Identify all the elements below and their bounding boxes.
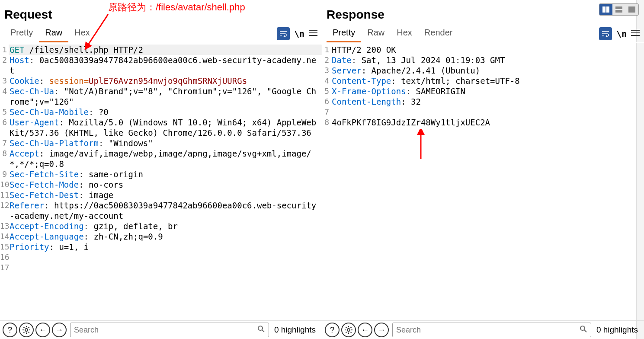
search-input[interactable] — [74, 326, 257, 335]
line-content[interactable]: GET /files/shell.php HTTP/2 — [9, 45, 322, 55]
svg-rect-14 — [628, 6, 635, 13]
code-line[interactable]: 3Cookie: session=UplE76Avzn954nwjo9qGhmS… — [0, 76, 322, 86]
code-line[interactable]: 15Priority: u=1, i — [0, 242, 322, 252]
line-number: 6 — [322, 96, 331, 107]
tab-render[interactable]: Render — [418, 25, 459, 42]
line-content[interactable]: Server: Apache/2.4.41 (Ubuntu) — [331, 65, 644, 76]
tab-hex[interactable]: Hex — [68, 25, 96, 42]
response-editor[interactable]: 1HTTP/2 200 OK2Date: Sat, 13 Jul 2024 01… — [322, 43, 644, 320]
code-line[interactable]: 4Content-Type: text/html; charset=UTF-8 — [322, 76, 644, 86]
line-content[interactable]: Accept-Encoding: gzip, deflate, br — [9, 221, 322, 231]
settings-button[interactable] — [19, 323, 34, 337]
tab-raw[interactable]: Raw — [39, 25, 68, 42]
view-mode-toggles — [599, 3, 639, 16]
help-button[interactable]: ? — [3, 323, 17, 337]
forward-button[interactable]: → — [374, 323, 389, 337]
response-title: Response — [322, 0, 644, 25]
line-content[interactable]: Host: 0ac50083039a9477842ab96600ea00c6.w… — [9, 55, 322, 76]
code-line[interactable]: 13Accept-Encoding: gzip, deflate, br — [0, 221, 322, 231]
code-line[interactable]: 2Host: 0ac50083039a9477842ab96600ea00c6.… — [0, 55, 322, 76]
view-rows-icon[interactable] — [612, 4, 625, 15]
code-line[interactable]: 5Sec-Ch-Ua-Mobile: ?0 — [0, 107, 322, 117]
code-line[interactable]: 1HTTP/2 200 OK — [322, 45, 644, 55]
code-line[interactable]: 84oFkPKf78IG9JdzIZr48Wy1tljxUEC2A — [322, 117, 644, 128]
line-content[interactable]: Referer: https://0ac50083039a9477842ab96… — [9, 200, 322, 221]
line-number: 2 — [0, 55, 9, 76]
line-number: 14 — [0, 231, 9, 242]
view-single-icon[interactable] — [625, 4, 638, 15]
svg-rect-10 — [602, 6, 606, 13]
line-content[interactable] — [331, 107, 644, 117]
code-line[interactable]: 7 — [322, 107, 644, 117]
wrap-toggle-icon[interactable] — [277, 27, 290, 40]
line-content[interactable] — [9, 262, 322, 273]
tab-pretty[interactable]: Pretty — [4, 25, 39, 42]
code-line[interactable]: 9Sec-Fetch-Site: same-origin — [0, 169, 322, 179]
code-line[interactable]: 4Sec-Ch-Ua: "Not/A)Brand";v="8", "Chromi… — [0, 86, 322, 107]
line-content[interactable]: Content-Length: 32 — [331, 96, 644, 107]
request-pane: Request Pretty Raw Hex \n 1GET /files/sh… — [0, 0, 322, 339]
request-tabs: Pretty Raw Hex \n — [0, 25, 322, 43]
line-content[interactable]: Priority: u=1, i — [9, 242, 322, 252]
tab-raw[interactable]: Raw — [361, 25, 391, 42]
forward-button[interactable]: → — [52, 323, 67, 337]
code-line[interactable]: 6Content-Length: 32 — [322, 96, 644, 107]
menu-icon[interactable] — [631, 29, 640, 38]
request-title: Request — [0, 0, 322, 25]
line-content[interactable]: User-Agent: Mozilla/5.0 (Windows NT 10.0… — [9, 117, 322, 138]
line-content[interactable]: 4oFkPKf78IG9JdzIZr48Wy1tljxUEC2A — [331, 117, 644, 128]
code-line[interactable]: 3Server: Apache/2.4.41 (Ubuntu) — [322, 65, 644, 76]
menu-icon[interactable] — [309, 29, 317, 38]
newline-icon[interactable]: \n — [294, 29, 304, 39]
line-number: 5 — [322, 86, 331, 96]
code-line[interactable]: 11Sec-Fetch-Dest: image — [0, 190, 322, 200]
line-number: 8 — [322, 117, 331, 128]
search-input[interactable] — [396, 326, 580, 335]
search-icon[interactable] — [257, 325, 265, 335]
line-content[interactable]: Accept: image/avif,image/webp,image/apng… — [9, 148, 322, 169]
line-content[interactable]: Sec-Fetch-Site: same-origin — [9, 169, 322, 179]
line-content[interactable]: Date: Sat, 13 Jul 2024 01:19:03 GMT — [331, 55, 644, 65]
line-content[interactable] — [9, 252, 322, 262]
line-content[interactable]: Sec-Fetch-Mode: no-cors — [9, 179, 322, 190]
line-number: 13 — [0, 221, 9, 231]
line-content[interactable]: HTTP/2 200 OK — [331, 45, 644, 55]
view-columns-icon[interactable] — [599, 4, 612, 15]
line-content[interactable]: Sec-Ch-Ua: "Not/A)Brand";v="8", "Chromiu… — [9, 86, 322, 107]
back-button[interactable]: ← — [358, 323, 372, 337]
svg-point-18 — [347, 329, 350, 331]
help-button[interactable]: ? — [325, 323, 340, 337]
svg-point-8 — [258, 326, 263, 330]
line-content[interactable]: X-Frame-Options: SAMEORIGIN — [331, 86, 644, 96]
code-line[interactable]: 8Accept: image/avif,image/webp,image/apn… — [0, 148, 322, 169]
code-line[interactable]: 6User-Agent: Mozilla/5.0 (Windows NT 10.… — [0, 117, 322, 138]
code-line[interactable]: 1GET /files/shell.php HTTP/2 — [0, 45, 322, 55]
search-icon[interactable] — [580, 325, 587, 335]
line-content[interactable]: Cookie: session=UplE76Avzn954nwjo9qGhmSR… — [9, 76, 322, 86]
code-line[interactable]: 16 — [0, 252, 322, 262]
line-number: 15 — [0, 242, 9, 252]
line-content[interactable]: Sec-Fetch-Dest: image — [9, 190, 322, 200]
tab-hex[interactable]: Hex — [391, 25, 418, 42]
code-line[interactable]: 17 — [0, 262, 322, 273]
response-search[interactable] — [392, 323, 591, 337]
line-content[interactable]: Content-Type: text/html; charset=UTF-8 — [331, 76, 644, 86]
back-button[interactable]: ← — [35, 323, 50, 337]
tab-pretty[interactable]: Pretty — [327, 25, 361, 42]
settings-button[interactable] — [341, 323, 356, 337]
request-search[interactable] — [70, 323, 269, 337]
code-line[interactable]: 14Accept-Language: zh-CN,zh;q=0.9 — [0, 231, 322, 242]
response-pane: Response Pretty Raw Hex Render \n 1HTTP/… — [322, 0, 644, 339]
line-content[interactable]: Sec-Ch-Ua-Mobile: ?0 — [9, 107, 322, 117]
line-content[interactable]: Accept-Language: zh-CN,zh;q=0.9 — [9, 231, 322, 242]
wrap-toggle-icon[interactable] — [599, 27, 612, 40]
newline-icon[interactable]: \n — [616, 29, 627, 39]
code-line[interactable]: 5X-Frame-Options: SAMEORIGIN — [322, 86, 644, 96]
svg-rect-11 — [606, 6, 609, 13]
code-line[interactable]: 12Referer: https://0ac50083039a9477842ab… — [0, 200, 322, 221]
request-editor[interactable]: 1GET /files/shell.php HTTP/22Host: 0ac50… — [0, 43, 322, 320]
code-line[interactable]: 10Sec-Fetch-Mode: no-cors — [0, 179, 322, 190]
code-line[interactable]: 2Date: Sat, 13 Jul 2024 01:19:03 GMT — [322, 55, 644, 65]
code-line[interactable]: 7Sec-Ch-Ua-Platform: "Windows" — [0, 138, 322, 148]
line-content[interactable]: Sec-Ch-Ua-Platform: "Windows" — [9, 138, 322, 148]
